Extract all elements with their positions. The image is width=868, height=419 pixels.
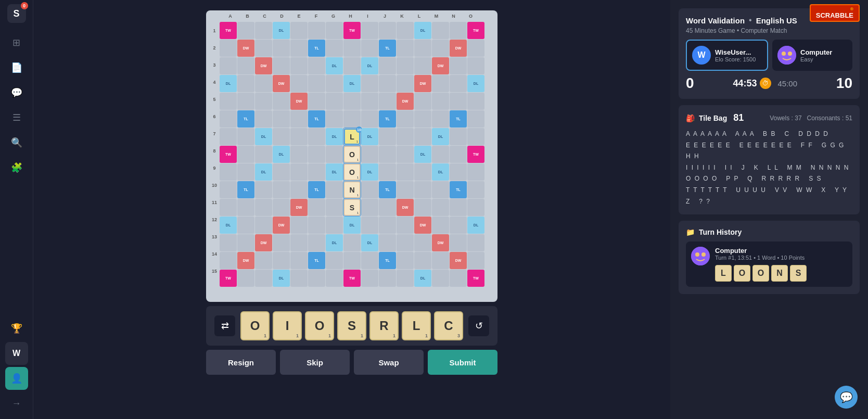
sidebar-item-word[interactable]: W (5, 342, 28, 365)
board-cell-1-6[interactable] (308, 22, 325, 39)
board-cell-15-2[interactable] (237, 270, 254, 287)
board-cell-15-8[interactable]: TW (343, 270, 361, 287)
board-cell-11-10[interactable] (379, 199, 396, 216)
board-cell-5-9[interactable] (361, 93, 378, 110)
board-cell-3-7[interactable]: DL (326, 57, 343, 74)
board-cell-6-10[interactable]: TL (379, 110, 396, 128)
board-cell-10-12[interactable] (414, 181, 431, 198)
board-cell-9-5[interactable] (290, 163, 308, 181)
board-cell-15-15[interactable]: TW (467, 270, 484, 287)
board-cell-7-5[interactable] (290, 128, 308, 145)
board-cell-11-12[interactable] (414, 199, 431, 216)
board-cell-2-12[interactable] (414, 40, 431, 57)
board-cell-9-1[interactable] (220, 163, 237, 181)
board-cell-5-11[interactable]: DW (397, 93, 414, 110)
board-cell-12-2[interactable] (237, 217, 254, 234)
board-cell-12-1[interactable]: DL (220, 217, 237, 234)
board-cell-9-2[interactable] (237, 163, 254, 181)
board-cell-6-5[interactable] (290, 110, 308, 128)
board-cell-13-15[interactable] (467, 234, 484, 251)
board-cell-8-14[interactable] (450, 146, 467, 163)
board-cell-11-4[interactable] (273, 199, 290, 216)
board-cell-8-12[interactable]: DL (414, 146, 431, 163)
board-cell-15-7[interactable] (326, 270, 343, 287)
sidebar-item-notes[interactable]: 📄 (5, 56, 28, 79)
board-cell-13-9[interactable]: DL (361, 234, 378, 251)
board-cell-12-7[interactable] (326, 217, 343, 234)
rack-tile[interactable]: O1 (305, 311, 334, 340)
board-cell-11-6[interactable] (308, 199, 325, 216)
board-cell-6-7[interactable] (326, 110, 343, 128)
board-cell-10-3[interactable] (255, 181, 272, 198)
board-cell-8-1[interactable]: TW (220, 146, 237, 163)
board-cell-10-2[interactable]: TL (237, 181, 254, 198)
board-cell-15-6[interactable] (308, 270, 325, 287)
rack-tile[interactable]: S1 (337, 311, 366, 340)
board-cell-8-5[interactable] (290, 146, 308, 163)
board-cell-4-15[interactable]: DL (467, 75, 484, 92)
sidebar-item-profile[interactable]: 👤 (5, 367, 28, 390)
board-cell-14-12[interactable] (414, 252, 431, 269)
board-cell-13-1[interactable] (220, 234, 237, 251)
board-cell-13-7[interactable]: DL (326, 234, 343, 251)
board-cell-4-7[interactable] (326, 75, 343, 92)
board-cell-8-4[interactable]: DL (273, 146, 290, 163)
board-cell-4-10[interactable] (379, 75, 396, 92)
board-cell-10-5[interactable] (290, 181, 308, 198)
board-cell-4-3[interactable] (255, 75, 272, 92)
board-cell-8-13[interactable] (432, 146, 449, 163)
board-cell-12-12[interactable]: DW (414, 217, 431, 234)
board-cell-4-1[interactable]: DL (220, 75, 237, 92)
board-cell-8-8[interactable]: O1 (343, 146, 361, 163)
board-cell-3-6[interactable] (308, 57, 325, 74)
board-cell-14-15[interactable] (467, 252, 484, 269)
board-cell-2-15[interactable] (467, 40, 484, 57)
board-cell-1-11[interactable] (397, 22, 414, 39)
board-cell-10-13[interactable] (432, 181, 449, 198)
board-cell-11-7[interactable] (326, 199, 343, 216)
board-cell-2-11[interactable] (397, 40, 414, 57)
resign-button[interactable]: Resign (206, 350, 276, 375)
board-cell-9-14[interactable] (450, 163, 467, 181)
undo-button[interactable]: ↺ (468, 315, 489, 336)
board-cell-2-1[interactable] (220, 40, 237, 57)
board-cell-8-2[interactable] (237, 146, 254, 163)
board-cell-3-14[interactable] (450, 57, 467, 74)
board-cell-7-11[interactable] (397, 128, 414, 145)
board-cell-3-2[interactable] (237, 57, 254, 74)
swap-button[interactable]: Swap (354, 350, 424, 375)
board-cell-1-4[interactable]: DL (273, 22, 290, 39)
board-cell-14-14[interactable]: DW (450, 252, 467, 269)
board-cell-5-4[interactable] (273, 93, 290, 110)
rack-tile[interactable]: L1 (402, 311, 431, 340)
board-cell-10-9[interactable] (361, 181, 378, 198)
board-cell-8-7[interactable] (326, 146, 343, 163)
board-cell-4-6[interactable] (308, 75, 325, 92)
board-cell-7-12[interactable] (414, 128, 431, 145)
board-cell-4-12[interactable]: DW (414, 75, 431, 92)
board-cell-9-6[interactable] (308, 163, 325, 181)
submit-button[interactable]: Submit (428, 350, 497, 375)
board-cell-6-4[interactable] (273, 110, 290, 128)
board-cell-15-9[interactable] (361, 270, 378, 287)
board-cell-11-2[interactable] (237, 199, 254, 216)
board-cell-10-4[interactable] (273, 181, 290, 198)
board-cell-9-15[interactable] (467, 163, 484, 181)
board-cell-15-13[interactable] (432, 270, 449, 287)
board-cell-2-8[interactable] (343, 40, 361, 57)
board-cell-14-10[interactable]: TL (379, 252, 396, 269)
board-cell-3-13[interactable]: DW (432, 57, 449, 74)
sidebar-item-chat[interactable]: 💬 (5, 81, 28, 104)
board-cell-12-15[interactable]: DL (467, 217, 484, 234)
board-cell-12-6[interactable] (308, 217, 325, 234)
board-cell-9-10[interactable] (379, 163, 396, 181)
board-cell-1-13[interactable] (432, 22, 449, 39)
board-cell-1-10[interactable] (379, 22, 396, 39)
board-grid[interactable]: TWDLTWDLTWDWTLTLDWDWDLDLDWDLDWDLDWDLDWDW… (220, 22, 484, 287)
board-cell-2-9[interactable] (361, 40, 378, 57)
board-cell-8-11[interactable] (397, 146, 414, 163)
board-cell-10-7[interactable] (326, 181, 343, 198)
board-cell-2-3[interactable] (255, 40, 272, 57)
board-cell-12-9[interactable] (361, 217, 378, 234)
board-cell-5-5[interactable]: DW (290, 93, 308, 110)
